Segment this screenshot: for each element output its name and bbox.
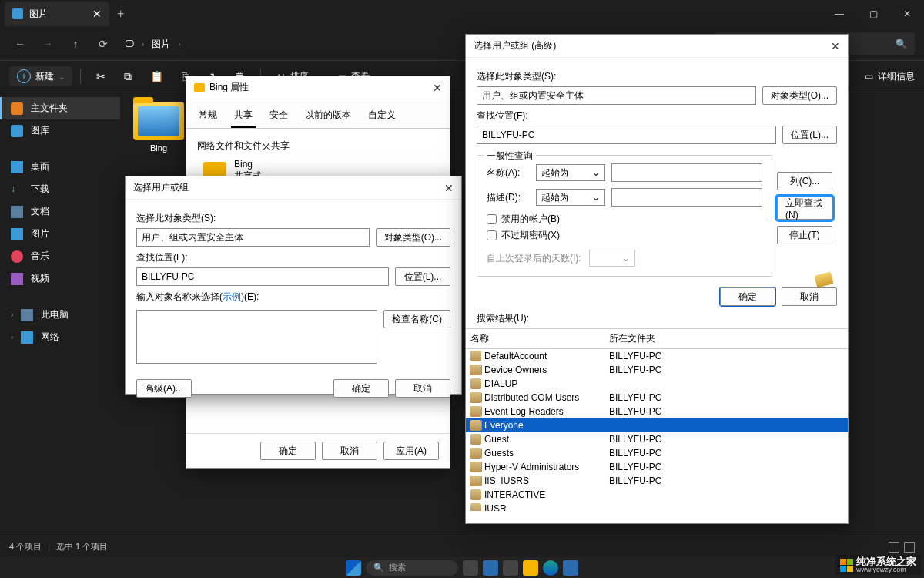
close-icon[interactable]: ✕: [444, 182, 454, 194]
location-field: BILLYFU-PC: [477, 126, 776, 144]
desc-mode-combo[interactable]: 起始为⌄: [536, 189, 605, 206]
result-row[interactable]: INTERACTIVE: [466, 488, 848, 502]
back-button[interactable]: ←: [9, 38, 31, 50]
result-row[interactable]: Event Log ReadersBILLYFU-PC: [466, 405, 848, 418]
result-row[interactable]: IUSR: [466, 502, 848, 511]
props-apply-button[interactable]: 应用(A): [383, 442, 439, 460]
close-icon[interactable]: ✕: [831, 40, 840, 52]
maximize-button[interactable]: ▢: [856, 0, 890, 28]
location-button[interactable]: 位置(L)...: [782, 126, 837, 144]
tab-security[interactable]: 安全: [266, 104, 291, 128]
breadcrumb[interactable]: 🖵 › 图片 ›: [125, 38, 181, 51]
new-button[interactable]: + 新建 ⌄: [9, 66, 72, 86]
tiles-view-icon[interactable]: [904, 542, 915, 553]
titlebar: 图片 ✕ + — ▢ ✕: [0, 0, 924, 28]
result-row[interactable]: DefaultAccountBILLYFU-PC: [466, 349, 848, 363]
result-row[interactable]: Everyone: [466, 418, 848, 432]
section-label: 网络文件和文件夹共享: [197, 139, 439, 153]
col-folder[interactable]: 所在文件夹: [609, 332, 655, 345]
details-view-icon[interactable]: [889, 542, 899, 553]
up-button[interactable]: ↑: [65, 38, 86, 50]
dlg-titlebar[interactable]: 选择用户或组 (高级) ✕: [466, 35, 848, 58]
columns-button[interactable]: 列(C)...: [777, 172, 832, 190]
paste-button[interactable]: 📋: [142, 67, 171, 86]
tab-close-icon[interactable]: ✕: [92, 8, 102, 20]
taskview-button[interactable]: [463, 560, 478, 576]
sidebar-item-downloads[interactable]: ↓下载: [0, 178, 120, 200]
folder-bing[interactable]: Bing: [129, 102, 188, 153]
location-field: BILLYFU-PC: [136, 267, 389, 286]
example-link[interactable]: 示例: [223, 291, 241, 302]
cancel-button[interactable]: 取消: [782, 287, 837, 306]
ok-button[interactable]: 确定: [720, 287, 775, 306]
find-now-button[interactable]: 立即查找(N): [777, 197, 832, 220]
advanced-button[interactable]: 高级(A)...: [136, 379, 192, 398]
disabled-accounts-checkbox[interactable]: 禁用的帐户(B): [487, 213, 762, 226]
tab-sharing[interactable]: 共享: [231, 104, 256, 128]
result-row[interactable]: IIS_IUSRSBILLYFU-PC: [466, 474, 848, 488]
obj-type-button[interactable]: 对象类型(O)...: [376, 228, 450, 247]
sidebar-item-network[interactable]: ›网络: [0, 326, 120, 348]
location-button[interactable]: 位置(L)...: [395, 267, 450, 286]
desc-input[interactable]: [611, 188, 762, 207]
taskbar-edge[interactable]: [543, 560, 558, 576]
sidebar-item-documents[interactable]: 文档: [0, 200, 120, 223]
cancel-button[interactable]: 取消: [395, 379, 450, 398]
window-close-button[interactable]: ✕: [890, 0, 924, 28]
result-row[interactable]: DIALUP: [466, 377, 848, 391]
sidebar-item-home[interactable]: 主文件夹: [0, 97, 120, 119]
details-pane-button[interactable]: ▭ 详细信息: [865, 70, 915, 83]
sidebar-item-pictures[interactable]: 图片: [0, 223, 120, 245]
select-user-dialog: 选择用户或组 ✕ 选择此对象类型(S): 用户、组或内置安全主体 对象类型(O)…: [125, 176, 462, 395]
sidebar-item-videos[interactable]: 视频: [0, 267, 120, 290]
result-row[interactable]: GuestBILLYFU-PC: [466, 432, 848, 446]
window-tab[interactable]: 图片 ✕: [5, 2, 109, 26]
tab-general[interactable]: 常规: [196, 104, 220, 128]
copy-button[interactable]: ⧉: [116, 67, 139, 86]
taskbar-explorer[interactable]: [523, 560, 538, 576]
props-title: Bing 属性: [209, 81, 249, 94]
name-input[interactable]: [611, 163, 762, 182]
taskbar-app[interactable]: [563, 560, 578, 576]
taskbar-search[interactable]: 🔍搜索: [366, 560, 458, 576]
tab-custom[interactable]: 自定义: [365, 104, 399, 128]
result-row[interactable]: GuestsBILLYFU-PC: [466, 446, 848, 460]
names-input[interactable]: [136, 310, 377, 364]
cut-button[interactable]: ✂: [89, 67, 113, 86]
principal-icon: [470, 434, 481, 445]
principal-icon: [470, 420, 481, 431]
sidebar-item-thispc[interactable]: ›此电脑: [0, 304, 120, 326]
taskbar-app[interactable]: [483, 560, 498, 576]
minimize-button[interactable]: —: [822, 0, 856, 28]
sidebar-item-music[interactable]: 音乐: [0, 245, 120, 267]
forward-button[interactable]: →: [37, 38, 59, 50]
noexpire-checkbox[interactable]: 不过期密码(X): [487, 229, 762, 242]
result-row[interactable]: Distributed COM UsersBILLYFU-PC: [466, 391, 848, 405]
results-header[interactable]: 名称 所在文件夹: [466, 329, 848, 349]
stop-button[interactable]: 停止(T): [777, 226, 832, 244]
dlg-titlebar[interactable]: 选择用户或组 ✕: [126, 176, 461, 200]
result-row[interactable]: Hyper-V AdministratorsBILLYFU-PC: [466, 460, 848, 474]
result-row[interactable]: Device OwnersBILLYFU-PC: [466, 363, 848, 377]
new-tab-button[interactable]: +: [117, 7, 124, 21]
taskbar-app[interactable]: [503, 560, 518, 576]
result-name: Guests: [484, 448, 514, 459]
principal-icon: [470, 392, 481, 403]
ok-button[interactable]: 确定: [333, 379, 389, 398]
check-names-button[interactable]: 检查名称(C): [383, 310, 450, 328]
col-name[interactable]: 名称: [470, 332, 609, 345]
folder-icon: [133, 102, 184, 140]
obj-type-button[interactable]: 对象类型(O)...: [762, 86, 837, 105]
tab-prev-versions[interactable]: 以前的版本: [302, 104, 354, 128]
sidebar-item-gallery[interactable]: 图库: [0, 119, 120, 142]
principal-icon: [470, 503, 481, 511]
close-icon[interactable]: ✕: [433, 82, 442, 94]
folder-icon: [194, 83, 205, 92]
refresh-button[interactable]: ⟳: [92, 38, 114, 50]
start-button[interactable]: [346, 560, 361, 576]
props-titlebar[interactable]: Bing 属性 ✕: [186, 76, 450, 99]
props-ok-button[interactable]: 确定: [260, 442, 316, 460]
sidebar-item-desktop[interactable]: 桌面: [0, 156, 120, 178]
name-mode-combo[interactable]: 起始为⌄: [536, 164, 605, 181]
props-cancel-button[interactable]: 取消: [322, 442, 377, 460]
